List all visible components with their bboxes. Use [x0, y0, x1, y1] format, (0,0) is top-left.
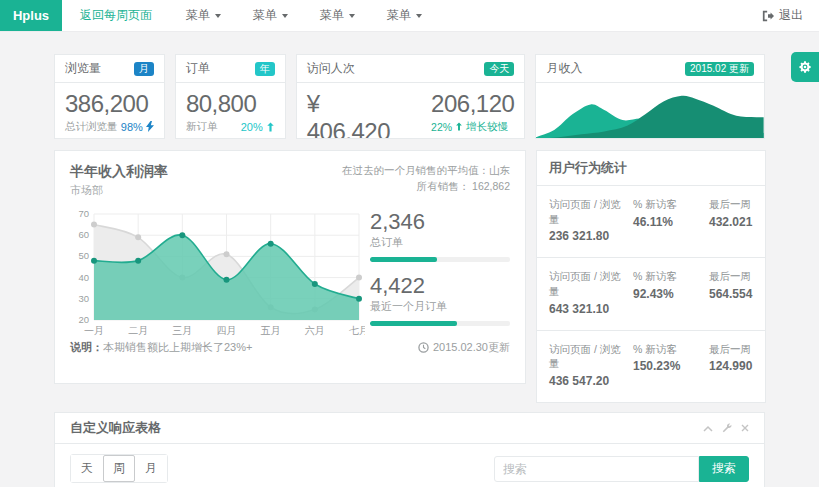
chart-footnote: 说明：本期销售额比上期增长了23%+: [70, 340, 252, 355]
profit-chart-title: 半年收入利润率: [70, 163, 168, 181]
wrench-icon: [722, 423, 732, 433]
search-button[interactable]: 搜索: [699, 456, 749, 482]
visits-revenue-value: ¥ 406,420: [307, 90, 403, 139]
profit-line-chart: 203040506070一月二月三月四月五月六月七月: [70, 206, 365, 338]
nav-menu-3[interactable]: 菜单: [304, 0, 371, 31]
chevron-up-icon: [703, 425, 713, 432]
brand-logo[interactable]: Hplus: [0, 0, 62, 31]
logout-button[interactable]: 退出: [746, 0, 819, 31]
table-card-title: 自定义响应表格: [70, 419, 161, 437]
svg-text:20: 20: [78, 314, 89, 325]
card-title-views: 浏览量: [65, 60, 101, 77]
svg-text:四月: 四月: [217, 325, 237, 336]
user-stats-title: 用户行为统计: [537, 151, 765, 186]
svg-text:70: 70: [78, 208, 89, 219]
month-orders-label: 最近一个月订单: [370, 299, 510, 314]
top-navbar: Hplus 返回每周页面 菜单 菜单 菜单 菜单 退出: [0, 0, 819, 32]
stat-value: 564.554: [709, 287, 753, 301]
svg-text:40: 40: [78, 272, 89, 283]
logout-label: 退出: [779, 7, 803, 24]
stat-card-income: 月收入 2015.02 更新: [535, 54, 765, 139]
stat-value: 92.43%: [633, 287, 703, 301]
user-stats-row: 访问页面 / 浏览量436 547.20 % 新访客150.23% 最后一周12…: [537, 331, 765, 402]
close-icon: [741, 424, 749, 432]
page-content: 浏览量 月 386,200 总计浏览量 98% 订单 年 80,: [0, 32, 819, 487]
theme-settings-button[interactable]: [791, 52, 819, 82]
stat-value: 436 547.20: [549, 374, 627, 388]
profit-chart-card: 半年收入利润率 市场部 在过去的一个月销售的平均值：山东 所有销售： 162,8…: [54, 150, 526, 384]
nav-menu-1[interactable]: 菜单: [170, 0, 237, 31]
menu-label: 菜单: [186, 7, 210, 24]
menu-label: 菜单: [387, 7, 411, 24]
orders-sublabel: 新订单: [186, 120, 218, 134]
period-badge-today: 今天: [484, 62, 514, 76]
views-sublabel: 总计浏览量: [65, 120, 118, 134]
income-area-chart: [536, 83, 764, 139]
stat-label: % 新访客: [633, 197, 703, 212]
stat-value: 124.990: [709, 359, 753, 373]
nav-menu-4[interactable]: 菜单: [371, 0, 438, 31]
user-stats-panel: 用户行为统计 访问页面 / 浏览量236 321.80 % 新访客46.11% …: [536, 150, 766, 403]
user-stats-row: 访问页面 / 浏览量236 321.80 % 新访客46.11% 最后一周432…: [537, 186, 765, 258]
stat-value: 150.23%: [633, 359, 703, 373]
total-orders-progressbar: [370, 257, 510, 262]
nav-back-link[interactable]: 返回每周页面: [62, 0, 170, 31]
menu-label: 菜单: [253, 7, 277, 24]
search-input[interactable]: [494, 456, 699, 482]
card-title-visits: 访问人次: [307, 60, 355, 77]
stat-label: % 新访客: [633, 342, 703, 357]
svg-text:七月: 七月: [349, 325, 365, 336]
sales-average-note: 在过去的一个月销售的平均值：山东: [342, 163, 510, 179]
profit-chart-subtitle: 市场部: [70, 183, 168, 198]
orders-percent: 20%: [241, 121, 263, 133]
caret-down-icon: [215, 14, 221, 18]
order-stats: 2,346 总订单 4,422 最近一个月订单: [370, 206, 510, 338]
footnote-text: 本期销售额比上期增长了23%+: [103, 341, 252, 353]
svg-text:30: 30: [78, 293, 89, 304]
nav-menu-2[interactable]: 菜单: [237, 0, 304, 31]
card-title-orders: 订单: [186, 60, 210, 77]
month-orders-value: 4,422: [370, 274, 510, 298]
gear-icon: [798, 60, 812, 74]
svg-text:六月: 六月: [305, 325, 325, 336]
month-orders-progressbar: [370, 321, 510, 326]
stat-value: 236 321.80: [549, 229, 627, 243]
updated-text: 2015.02.30更新: [433, 340, 510, 355]
orders-value: 80,800: [186, 90, 275, 118]
visits-col-count: 206,120 22% 增长较慢: [431, 90, 514, 139]
footnote-label: 说明：: [70, 341, 103, 353]
visits-count-value: 206,120: [431, 90, 514, 118]
period-badge-month: 月: [134, 62, 154, 76]
total-orders-value: 2,346: [370, 210, 510, 234]
level-up-icon: [266, 122, 275, 132]
stat-value: 46.11%: [633, 215, 703, 229]
svg-text:三月: 三月: [172, 325, 192, 336]
svg-text:二月: 二月: [128, 325, 148, 336]
visits-col-revenue: ¥ 406,420 44% 增长较快: [307, 90, 403, 139]
stat-value: 432.021: [709, 215, 753, 229]
svg-text:一月: 一月: [84, 325, 104, 336]
stat-label: 访问页面 / 浏览量: [549, 197, 627, 226]
stat-label: 最后一周: [709, 269, 753, 284]
caret-down-icon: [349, 14, 355, 18]
menu-label: 菜单: [320, 7, 344, 24]
settings-dropdown-button[interactable]: [722, 423, 732, 433]
views-percent: 98%: [121, 121, 143, 133]
card-title-income: 月收入: [546, 60, 582, 77]
level-up-icon: [455, 122, 463, 131]
stat-label: 最后一周: [709, 342, 753, 357]
svg-text:60: 60: [78, 229, 89, 240]
total-sales-note: 所有销售： 162,862: [342, 179, 510, 195]
caret-down-icon: [282, 14, 288, 18]
visits-percent-2: 22%: [431, 121, 452, 133]
tab-week[interactable]: 周: [103, 455, 135, 482]
collapse-button[interactable]: [703, 425, 713, 432]
caret-down-icon: [416, 14, 422, 18]
stat-card-views: 浏览量 月 386,200 总计浏览量 98%: [54, 54, 165, 139]
close-button[interactable]: [741, 424, 749, 432]
period-badge-year: 年: [255, 62, 275, 76]
custom-table-card: 自定义响应表格 天 周 月 搜索: [54, 412, 765, 487]
tab-month[interactable]: 月: [135, 455, 167, 482]
tab-day[interactable]: 天: [71, 455, 103, 482]
visits-trend-label-2: 增长较慢: [466, 120, 508, 134]
